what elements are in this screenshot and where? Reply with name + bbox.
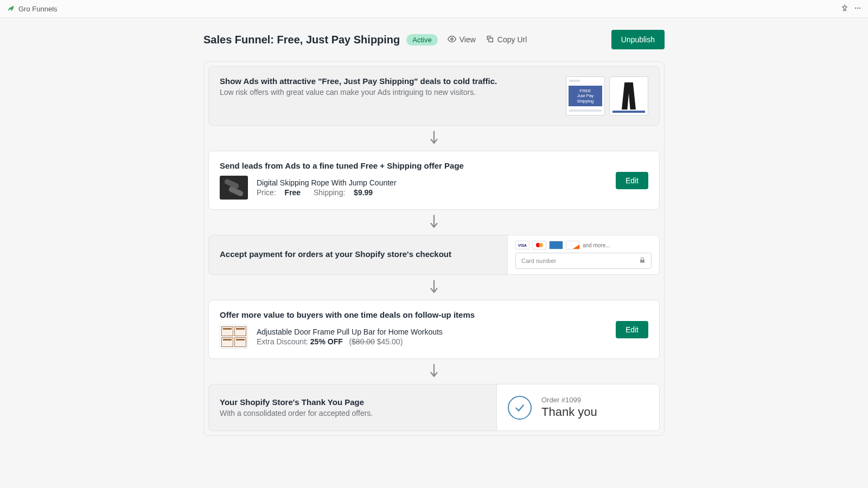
more-icon[interactable] xyxy=(854,4,861,14)
arrow-down-icon xyxy=(208,210,660,235)
checkmark-circle-icon xyxy=(508,396,532,420)
ad-thumb-product xyxy=(609,76,648,115)
arrow-down-icon xyxy=(208,126,660,151)
step-offer-title: Send leads from Ads to a fine tuned Free… xyxy=(220,161,605,170)
status-badge: Active xyxy=(406,34,437,46)
edit-offer-button[interactable]: Edit xyxy=(616,172,648,189)
offer-product-row: Digital Skipping Rope With Jump Counter … xyxy=(220,176,605,200)
amex-icon xyxy=(549,241,563,249)
card-number-input-preview: Card number xyxy=(515,253,652,269)
svg-rect-4 xyxy=(489,38,493,42)
page-title: Sales Funnel: Free, Just Pay Shipping xyxy=(203,34,400,46)
step-thankyou-subtitle: With a consolidated order for accepted o… xyxy=(220,409,373,418)
step-ads-title: Show Ads with attractive "Free, Just Pay… xyxy=(220,76,555,86)
step-ads: Show Ads with attractive "Free, Just Pay… xyxy=(208,66,660,126)
discover-icon xyxy=(566,241,580,249)
arrow-down-icon xyxy=(208,359,660,384)
order-number-label: Order #1099 xyxy=(541,396,597,404)
offer-product-name: Digital Skipping Rope With Jump Counter xyxy=(257,178,605,187)
arrow-down-icon xyxy=(208,275,660,300)
step-thankyou-title: Your Shopify Store's Thank You Page xyxy=(220,397,364,407)
copy-url-action[interactable]: Copy Url xyxy=(486,35,527,45)
upsell-product-meta: Extra Discount: 25% OFF ($80.00 $45.00) xyxy=(257,337,605,346)
copy-url-label: Copy Url xyxy=(497,35,527,44)
step-offer: Send leads from Ads to a fine tuned Free… xyxy=(208,151,660,210)
step-thankyou: Your Shopify Store's Thank You Page With… xyxy=(208,384,660,431)
view-label: View xyxy=(459,35,476,44)
pin-icon[interactable] xyxy=(841,4,848,14)
offer-product-meta: Price: Free Shipping: $9.99 xyxy=(257,188,605,197)
step-upsell-title: Offer more value to buyers with one time… xyxy=(220,310,605,319)
offer-product-image xyxy=(220,176,248,200)
ad-thumbnails: FREE Just Pay Shipping xyxy=(566,76,648,115)
upsell-product-row: Adjustable Door Frame Pull Up Bar for Ho… xyxy=(220,325,605,349)
step-ads-subtitle: Low risk offers with great value can mak… xyxy=(220,88,555,97)
step-upsell: Offer more value to buyers with one time… xyxy=(208,300,660,359)
ad-thumb-line2: Just Pay Shipping xyxy=(569,93,602,104)
payment-card-icons: VISA and more... xyxy=(515,241,652,249)
app-name: Gro Funnels xyxy=(18,5,58,13)
step-checkout: Accept payment for orders at your Shopif… xyxy=(208,235,660,275)
thankyou-preview: Order #1099 Thank you xyxy=(496,384,659,431)
top-bar: Gro Funnels xyxy=(0,0,868,18)
mastercard-icon xyxy=(532,241,546,249)
visa-icon: VISA xyxy=(515,241,529,249)
ad-thumb-free: FREE Just Pay Shipping xyxy=(566,76,605,115)
step-checkout-title: Accept payment for orders at your Shopif… xyxy=(220,249,451,259)
leaf-icon xyxy=(7,4,14,14)
topbar-left: Gro Funnels xyxy=(7,4,58,14)
checkout-preview: VISA and more... Card number xyxy=(507,235,659,274)
svg-point-2 xyxy=(859,7,860,8)
lock-icon xyxy=(639,257,646,265)
page-header: Sales Funnel: Free, Just Pay Shipping Ac… xyxy=(203,30,665,49)
thank-you-label: Thank you xyxy=(541,405,597,419)
upsell-product-image xyxy=(220,325,248,349)
view-action[interactable]: View xyxy=(448,35,476,45)
step-ads-text: Show Ads with attractive "Free, Just Pay… xyxy=(220,76,555,97)
funnel-flow: Show Ads with attractive "Free, Just Pay… xyxy=(203,61,665,436)
unpublish-button[interactable]: Unpublish xyxy=(611,30,665,49)
svg-point-3 xyxy=(451,38,453,40)
svg-point-0 xyxy=(855,7,856,8)
ad-thumb-line1: FREE xyxy=(579,88,591,94)
edit-upsell-button[interactable]: Edit xyxy=(616,321,648,338)
copy-icon xyxy=(486,35,494,45)
upsell-product-name: Adjustable Door Frame Pull Up Bar for Ho… xyxy=(257,328,605,336)
topbar-right xyxy=(841,4,861,14)
eye-icon xyxy=(448,35,456,45)
and-more-label: and more... xyxy=(583,242,610,248)
svg-point-1 xyxy=(857,7,858,8)
page-content: Sales Funnel: Free, Just Pay Shipping Ac… xyxy=(203,18,665,458)
